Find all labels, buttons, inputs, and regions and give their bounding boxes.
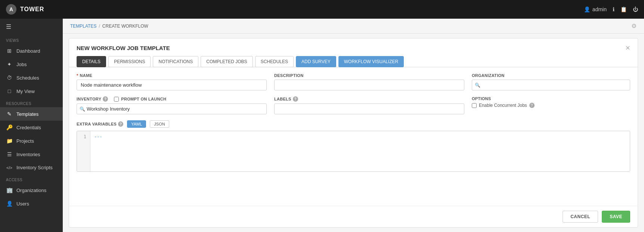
myview-icon: □ bbox=[6, 88, 13, 94]
app-header: A TOWER 👤 admin ℹ 📋 ⏻ bbox=[0, 0, 644, 19]
labels-help-icon[interactable]: ? bbox=[293, 96, 298, 102]
cancel-button[interactable]: CANCEL bbox=[563, 211, 598, 223]
enable-concurrent-label: Enable Concurrent Jobs bbox=[479, 103, 527, 108]
organization-group: ORGANIZATION 🔍 bbox=[472, 73, 630, 90]
format-yaml-button[interactable]: YAML bbox=[127, 120, 146, 128]
sidebar-item-inventories[interactable]: ☰ Inventories bbox=[0, 148, 63, 161]
name-group: * NAME bbox=[77, 73, 267, 90]
info-icon[interactable]: ℹ bbox=[613, 6, 614, 12]
form-panel: NEW WORKFLOW JOB TEMPLATE ✕ DETAILS PERM… bbox=[69, 38, 638, 228]
sidebar-item-users[interactable]: 👤 Users bbox=[0, 197, 63, 210]
breadcrumb-link[interactable]: TEMPLATES bbox=[70, 24, 96, 29]
concurrent-help-icon[interactable]: ? bbox=[529, 103, 535, 108]
header-left: A TOWER bbox=[6, 4, 44, 15]
sidebar-item-label: Projects bbox=[16, 138, 34, 144]
app-title: TOWER bbox=[20, 6, 44, 13]
sidebar-item-label: Schedules bbox=[16, 75, 39, 81]
hamburger-menu[interactable]: ☰ bbox=[0, 19, 63, 35]
user-icon: 👤 bbox=[584, 6, 590, 12]
sidebar-item-jobs[interactable]: ✦ Jobs bbox=[0, 58, 63, 71]
extra-vars-label: EXTRA VARIABLES ? bbox=[77, 121, 123, 127]
labels-label: LABELS ? bbox=[274, 96, 464, 102]
prompt-on-launch-label: PROMPT ON LAUNCH bbox=[114, 97, 166, 102]
credentials-icon: 🔑 bbox=[6, 124, 13, 130]
projects-icon: 📁 bbox=[6, 138, 13, 144]
labels-group: LABELS ? bbox=[274, 96, 464, 114]
name-label: * NAME bbox=[77, 73, 267, 78]
description-group: DESCRIPTION bbox=[274, 73, 464, 90]
prompt-on-launch-checkbox[interactable] bbox=[114, 97, 119, 102]
sidebar: ☰ VIEWS ⊞ Dashboard ✦ Jobs ⏱ Schedules □… bbox=[0, 19, 63, 232]
app-body: ☰ VIEWS ⊞ Dashboard ✦ Jobs ⏱ Schedules □… bbox=[0, 19, 644, 232]
sidebar-item-label: Users bbox=[16, 201, 29, 207]
sidebar-access-label: ACCESS bbox=[0, 174, 63, 183]
tab-workflow-visualizer[interactable]: WORKFLOW VISUALIZER bbox=[338, 56, 404, 67]
jobs-icon: ✦ bbox=[6, 61, 13, 67]
options-group-wrapper: OPTIONS Enable Concurrent Jobs ? bbox=[472, 96, 630, 114]
users-icon: 👤 bbox=[6, 201, 13, 207]
format-json-button[interactable]: JSON bbox=[150, 120, 169, 128]
save-button[interactable]: SAVE bbox=[602, 211, 630, 223]
extra-vars-help-icon[interactable]: ? bbox=[118, 121, 123, 127]
sidebar-item-label: Inventories bbox=[16, 152, 40, 157]
sidebar-item-organizations[interactable]: 🏢 Organizations bbox=[0, 183, 63, 197]
sidebar-item-label: Jobs bbox=[16, 62, 27, 67]
tab-details[interactable]: DETAILS bbox=[77, 56, 106, 67]
option-concurrent-jobs: Enable Concurrent Jobs ? bbox=[472, 103, 630, 108]
inventory-group: INVENTORY ? PROMPT ON LAUNCH 🔍 bbox=[77, 96, 267, 114]
sidebar-item-templates[interactable]: ✎ Templates bbox=[0, 107, 63, 121]
enable-concurrent-checkbox[interactable] bbox=[472, 103, 477, 108]
tab-notifications[interactable]: NOTIFICATIONS bbox=[153, 56, 198, 67]
required-indicator: * bbox=[77, 73, 78, 78]
tab-completed-jobs[interactable]: COMPLETED JOBS bbox=[201, 56, 253, 67]
docs-icon[interactable]: 📋 bbox=[620, 6, 627, 12]
tab-schedules[interactable]: SCHEDULES bbox=[255, 56, 294, 67]
inventory-input[interactable] bbox=[77, 103, 267, 114]
description-input[interactable] bbox=[274, 80, 464, 90]
inventory-label: INVENTORY ? PROMPT ON LAUNCH bbox=[77, 96, 267, 102]
inventory-help-icon[interactable]: ? bbox=[103, 96, 108, 102]
sidebar-item-dashboard[interactable]: ⊞ Dashboard bbox=[0, 44, 63, 58]
breadcrumb: TEMPLATES / CREATE WORKFLOW ⚙ bbox=[63, 19, 644, 34]
extra-vars-header: EXTRA VARIABLES ? YAML JSON bbox=[77, 120, 630, 128]
code-content[interactable]: --- bbox=[90, 131, 630, 171]
organization-label: ORGANIZATION bbox=[472, 73, 630, 78]
form-panel-header: NEW WORKFLOW JOB TEMPLATE ✕ bbox=[69, 38, 638, 52]
close-button[interactable]: ✕ bbox=[625, 44, 630, 52]
form-footer: CANCEL SAVE bbox=[69, 206, 638, 227]
tab-permissions[interactable]: PERMISSIONS bbox=[108, 56, 151, 67]
organization-input[interactable] bbox=[472, 80, 630, 90]
form-row-2: INVENTORY ? PROMPT ON LAUNCH 🔍 bbox=[77, 96, 630, 114]
schedules-icon: ⏱ bbox=[6, 75, 13, 81]
main-content: TEMPLATES / CREATE WORKFLOW ⚙ NEW WORKFL… bbox=[63, 19, 644, 232]
power-icon[interactable]: ⏻ bbox=[633, 6, 638, 12]
name-input[interactable] bbox=[77, 80, 267, 90]
form-body: * NAME DESCRIPTION ORGANIZATION 🔍 bbox=[69, 67, 638, 206]
tab-add-survey[interactable]: ADD SURVEY bbox=[296, 56, 336, 67]
sidebar-item-myview[interactable]: □ My View bbox=[0, 84, 63, 98]
organizations-icon: 🏢 bbox=[6, 187, 13, 193]
code-editor[interactable]: 1 --- bbox=[77, 131, 630, 172]
user-menu[interactable]: 👤 admin bbox=[584, 6, 607, 12]
sidebar-item-projects[interactable]: 📁 Projects bbox=[0, 134, 63, 148]
settings-icon[interactable]: ⚙ bbox=[631, 22, 637, 30]
breadcrumb-current: CREATE WORKFLOW bbox=[102, 24, 148, 29]
form-tabs: DETAILS PERMISSIONS NOTIFICATIONS COMPLE… bbox=[69, 52, 638, 67]
inventory-search-icon: 🔍 bbox=[80, 106, 85, 112]
form-row-1: * NAME DESCRIPTION ORGANIZATION 🔍 bbox=[77, 73, 630, 90]
description-label: DESCRIPTION bbox=[274, 73, 464, 78]
dashboard-icon: ⊞ bbox=[6, 48, 13, 54]
options-list: Enable Concurrent Jobs ? bbox=[472, 103, 630, 108]
sidebar-item-schedules[interactable]: ⏱ Schedules bbox=[0, 71, 63, 84]
sidebar-views-label: VIEWS bbox=[0, 35, 63, 44]
sidebar-item-label: My View bbox=[16, 89, 35, 94]
breadcrumb-separator: / bbox=[99, 24, 100, 29]
labels-input[interactable] bbox=[274, 103, 464, 114]
org-search-icon: 🔍 bbox=[475, 83, 480, 88]
sidebar-item-inventory-scripts[interactable]: </> Inventory Scripts bbox=[0, 161, 63, 174]
app-logo: A bbox=[6, 4, 16, 15]
sidebar-item-credentials[interactable]: 🔑 Credentials bbox=[0, 121, 63, 134]
sidebar-item-label: Credentials bbox=[16, 125, 41, 130]
organization-input-wrapper: 🔍 bbox=[472, 80, 630, 90]
line-numbers: 1 bbox=[77, 131, 90, 171]
